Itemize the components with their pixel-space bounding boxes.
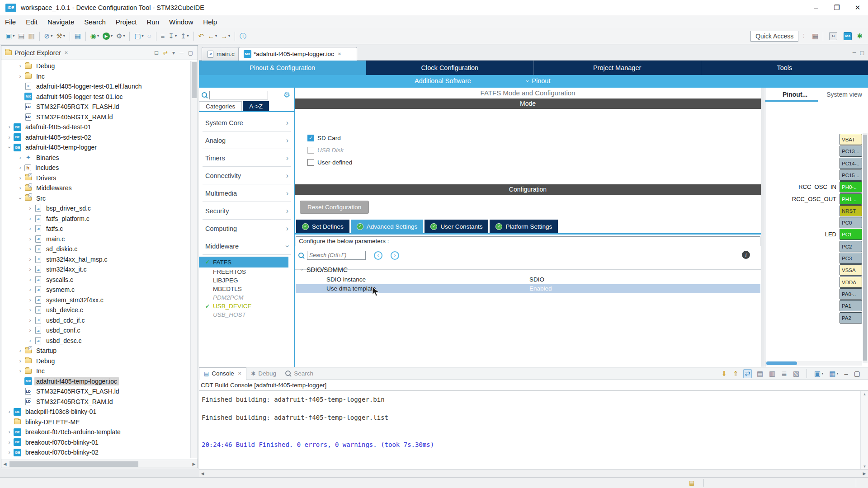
menu-file[interactable]: File [0, 17, 21, 27]
tree-item[interactable]: ›Inc [1, 366, 190, 376]
expander-icon[interactable]: › [27, 286, 33, 293]
display-selected-console-icon[interactable]: ▣▾ [813, 370, 824, 378]
maximize-console-icon[interactable]: ▢ [853, 370, 861, 378]
pin-PA1[interactable]: PA1 [840, 300, 862, 311]
editor-tab[interactable]: .cmain.c [202, 47, 239, 61]
tree-item[interactable]: ›Src [1, 193, 190, 204]
toggle-mark-occurrences-icon[interactable]: ≡ [160, 32, 166, 41]
tree-item[interactable]: MXadafruit-f405-temp-logger.ioc [1, 376, 190, 387]
expander-icon[interactable]: › [17, 185, 24, 191]
scroll-up-icon[interactable]: ▲ [861, 392, 868, 396]
expander-icon[interactable]: › [27, 246, 33, 252]
close-tab-icon[interactable]: ✕ [338, 52, 341, 56]
console-tab-console[interactable]: ▤Console✕ [199, 367, 246, 380]
expander-icon[interactable]: › [6, 439, 13, 446]
category-analog[interactable]: Analog› [199, 131, 295, 149]
parameter-row[interactable]: SDIO instanceSDIO [296, 275, 760, 284]
config-tab-project-manager[interactable]: Project Manager [533, 61, 701, 75]
tree-item[interactable]: ›✦Binaries [1, 153, 190, 163]
menu-project[interactable]: Project [111, 17, 142, 27]
middleware-usb_host[interactable]: USB_HOST [199, 310, 295, 319]
save-icon[interactable]: ▤ [17, 32, 26, 41]
minimize-view-icon[interactable]: ─ [179, 50, 184, 56]
maximize-button[interactable]: ❐ [826, 0, 847, 15]
pin-PA0[interactable]: PA0-.. [840, 288, 862, 300]
expander-icon[interactable]: › [27, 236, 33, 242]
expander-icon[interactable]: › [27, 216, 33, 222]
pinout-menu-button[interactable]: › Pinout [527, 77, 550, 84]
tree-item[interactable]: LDSTM32F405RGTX_FLASH.ld [1, 386, 190, 397]
menu-edit[interactable]: Edit [21, 17, 42, 27]
debug-perspective-icon[interactable]: ✱ [855, 32, 864, 41]
expander-icon[interactable]: › [27, 317, 33, 324]
pin-PC0[interactable]: PC0 [840, 217, 862, 228]
tree-item[interactable]: ›.cmain.c [1, 234, 190, 244]
explorer-horizontal-scrollbar[interactable]: ◀ ▶ [1, 460, 198, 468]
maximize-editor-icon[interactable]: ▢ [860, 50, 864, 56]
tab-pinout[interactable]: Pinout... [783, 91, 807, 98]
tree-item[interactable]: ›Debug [1, 61, 190, 71]
additional-software-button[interactable]: Additional Software [415, 77, 471, 84]
word-wrap-icon[interactable]: ≣ [780, 370, 788, 378]
expander-icon[interactable]: › [17, 195, 24, 202]
link-with-editor-icon[interactable]: ⇄ [163, 50, 168, 56]
expander-icon[interactable]: › [27, 307, 33, 313]
middleware-usb_device[interactable]: ✓USB_DEVICE [199, 302, 295, 310]
status-notification-icon[interactable]: ▤ [689, 479, 694, 486]
expander-icon[interactable]: › [6, 449, 13, 455]
tree-item[interactable]: ›IDEadafruit-f405-sd-test-01 [1, 122, 190, 132]
expander-icon[interactable]: › [6, 124, 13, 130]
minimize-console-icon[interactable]: – [843, 370, 849, 378]
components-tab-az[interactable]: A->Z [243, 101, 269, 111]
tree-item[interactable]: ›Inc [1, 71, 190, 82]
pin-PC2[interactable]: PC2 [840, 241, 862, 252]
open-console-view-icon[interactable]: ▦ [73, 32, 82, 41]
last-edit-location-icon[interactable]: ↶ [197, 32, 206, 41]
middleware-pdm2pcm[interactable]: PDM2PCM [199, 293, 295, 302]
settings-tab-set-defines[interactable]: ✓Set Defines [296, 220, 349, 233]
expander-icon[interactable]: › [27, 225, 33, 232]
category-multimedia[interactable]: Multimedia› [199, 184, 295, 202]
pin-PC13[interactable]: PC13-.. [840, 145, 862, 157]
debug-icon[interactable]: ◉▾ [89, 32, 100, 41]
checkbox[interactable] [307, 147, 314, 154]
explorer-vertical-scrollbar[interactable] [190, 61, 197, 458]
console-tab-debug[interactable]: ✱Debug [246, 367, 281, 380]
expander-icon[interactable]: › [17, 155, 24, 161]
new-wizard-icon[interactable]: ▣▾ [4, 32, 16, 41]
forward-icon[interactable]: →▾ [219, 32, 231, 41]
pin-VDDA[interactable]: VDDA [840, 277, 862, 288]
tab-system-view[interactable]: System view [826, 91, 862, 98]
pinout-horizontal-scrollbar[interactable] [765, 361, 862, 366]
tree-item[interactable]: ›.cfatfs.c [1, 224, 190, 234]
build-icon[interactable]: ⚒▾ [55, 32, 66, 41]
reset-configuration-button[interactable]: Reset Configuration [300, 201, 369, 214]
close-button[interactable]: ✕ [847, 0, 868, 15]
expander-icon[interactable]: › [6, 144, 13, 151]
menu-help[interactable]: Help [198, 17, 222, 27]
config-tab-pinout-configuration[interactable]: Pinout & Configuration [199, 61, 366, 75]
expander-icon[interactable]: › [6, 408, 13, 415]
cpp-perspective-icon[interactable]: C [826, 31, 840, 41]
expander-icon[interactable]: › [27, 338, 33, 344]
tree-item[interactable]: LDSTM32F405RGTX_FLASH.ld [1, 102, 190, 112]
scroll-left-icon[interactable]: ◀ [1, 462, 9, 466]
editor-tab[interactable]: MX*adafruit-f405-temp-logger.ioc✕ [239, 47, 357, 61]
menu-search[interactable]: Search [79, 17, 111, 27]
editor-horizontal-scrollbar[interactable]: ◀ ▶ [199, 469, 868, 477]
info-toolbar-icon[interactable]: ⓘ [238, 32, 248, 41]
middleware-libjpeg[interactable]: LIBJPEG [199, 276, 295, 285]
pin-PH0[interactable]: PH0-.. [840, 181, 862, 192]
parameter-value[interactable]: Enabled [529, 285, 552, 292]
checkbox[interactable] [307, 159, 314, 166]
search-toolbar-icon[interactable]: ◌ [146, 32, 153, 41]
pin-PA2[interactable]: PA2 [840, 312, 862, 324]
parameter-search-input[interactable] [307, 251, 366, 260]
tree-item[interactable]: blinky-DELETE-ME [1, 417, 190, 427]
pin-PC1[interactable]: PC1 [840, 229, 862, 240]
expander-icon[interactable]: › [17, 347, 24, 354]
tree-item[interactable]: ›Drivers [1, 173, 190, 183]
menu-navigate[interactable]: Navigate [42, 17, 79, 27]
pin-NRST[interactable]: NRST [840, 205, 862, 216]
tree-item[interactable]: ›IDEadafruit-f405-temp-logger [1, 142, 190, 153]
